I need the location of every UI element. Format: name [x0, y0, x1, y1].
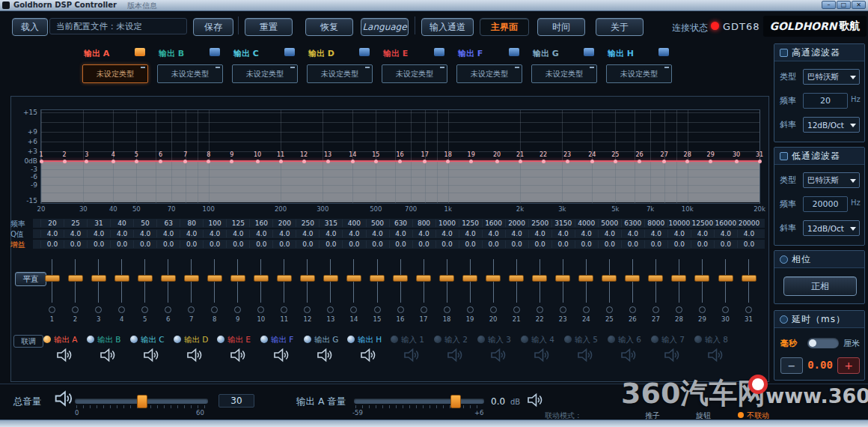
- freq-cell-band-31[interactable]: 20000: [737, 219, 760, 227]
- q-cell-band-23[interactable]: 4.0: [551, 230, 575, 237]
- channel-type-button-f[interactable]: 未设定类型: [456, 64, 522, 83]
- minimize-button[interactable]: –: [822, 1, 836, 9]
- freq-cell-band-12[interactable]: 250: [296, 219, 319, 227]
- eq-band-point-8[interactable]: [207, 160, 210, 163]
- mute-speaker-input-4[interactable]: [532, 346, 550, 364]
- gain-slider-handle-band-28[interactable]: [671, 275, 686, 282]
- eq-band-point-7[interactable]: [183, 160, 187, 163]
- channel-type-button-c[interactable]: 未设定类型: [232, 64, 298, 83]
- channel-volume-handle[interactable]: [450, 395, 461, 408]
- link-output-d[interactable]: 输出 D: [172, 334, 216, 345]
- link-input-6[interactable]: 输入 6: [606, 334, 650, 345]
- eq-band-point-4[interactable]: [111, 160, 115, 163]
- q-cell-band-27[interactable]: 4.0: [644, 230, 667, 237]
- gain-cell-band-26[interactable]: 0.0: [621, 240, 644, 248]
- q-cell-band-14[interactable]: 4.0: [342, 230, 365, 237]
- freq-cell-band-15[interactable]: 500: [366, 219, 389, 227]
- eq-band-point-16[interactable]: [398, 160, 402, 163]
- eq-band-point-31[interactable]: [758, 160, 762, 163]
- q-cell-band-5[interactable]: 4.0: [133, 230, 156, 237]
- band-reset-knob-28[interactable]: [676, 306, 682, 313]
- freq-cell-band-27[interactable]: 8000: [644, 219, 667, 227]
- gain-slider-handle-band-5[interactable]: [138, 275, 153, 282]
- link-input-2[interactable]: 输入 2: [433, 334, 476, 345]
- mute-speaker-input-2[interactable]: [445, 346, 463, 364]
- freq-cell-band-4[interactable]: 40: [110, 219, 133, 227]
- gain-slider-handle-band-12[interactable]: [300, 275, 315, 282]
- gain-slider-handle-band-8[interactable]: [207, 275, 222, 282]
- restore-button[interactable]: 恢复: [305, 18, 353, 36]
- freq-cell-band-2[interactable]: 25: [64, 219, 87, 227]
- link-output-b[interactable]: 输出 B: [85, 334, 129, 345]
- band-reset-knob-21[interactable]: [513, 306, 520, 313]
- gain-cell-band-6[interactable]: 0.0: [156, 240, 180, 248]
- freq-cell-band-23[interactable]: 3150: [551, 219, 575, 227]
- band-reset-knob-25[interactable]: [606, 306, 613, 313]
- gain-slider-handle-band-25[interactable]: [602, 275, 617, 282]
- band-reset-knob-19[interactable]: [467, 306, 474, 313]
- hpf-freq-input[interactable]: 20: [803, 93, 848, 109]
- channel-tab-output-e-label[interactable]: 输出 E: [383, 48, 408, 59]
- q-cell-band-20[interactable]: 4.0: [482, 230, 505, 237]
- link-output-f[interactable]: 输出 F: [259, 334, 302, 345]
- gain-cell-band-9[interactable]: 0.0: [226, 240, 249, 248]
- band-reset-knob-17[interactable]: [421, 306, 427, 313]
- q-cell-band-10[interactable]: 4.0: [249, 230, 272, 237]
- maximize-button[interactable]: □: [837, 1, 851, 9]
- eq-band-point-11[interactable]: [279, 160, 283, 163]
- band-reset-knob-15[interactable]: [374, 306, 381, 313]
- flatten-button[interactable]: 平直: [15, 272, 46, 286]
- freq-row-header[interactable]: 频率: [10, 219, 31, 229]
- q-cell-band-16[interactable]: 4.0: [389, 230, 412, 237]
- freq-cell-band-29[interactable]: 12500: [691, 219, 714, 227]
- eq-band-point-1[interactable]: [40, 160, 43, 163]
- gain-slider-handle-band-31[interactable]: [742, 275, 757, 282]
- freq-cell-band-6[interactable]: 63: [156, 219, 180, 227]
- gain-slider-handle-band-27[interactable]: [648, 275, 663, 282]
- eq-band-point-15[interactable]: [374, 160, 378, 163]
- band-reset-knob-30[interactable]: [722, 306, 729, 313]
- eq-band-point-14[interactable]: [351, 160, 355, 163]
- q-cell-band-4[interactable]: 4.0: [110, 230, 133, 237]
- link-output-e[interactable]: 输出 E: [216, 334, 259, 345]
- gain-slider-handle-band-7[interactable]: [184, 275, 199, 282]
- gain-slider-handle-band-20[interactable]: [486, 275, 501, 282]
- freq-cell-band-20[interactable]: 1600: [482, 219, 505, 227]
- gain-slider-handle-band-30[interactable]: [718, 275, 733, 282]
- gain-slider-handle-band-1[interactable]: [45, 275, 60, 282]
- eq-band-point-10[interactable]: [256, 160, 260, 163]
- delay-unit-ms[interactable]: 毫秒: [780, 338, 797, 349]
- freq-cell-band-21[interactable]: 2000: [505, 219, 528, 227]
- mute-speaker-output-d[interactable]: [185, 346, 203, 364]
- gain-slider-handle-band-15[interactable]: [370, 275, 385, 282]
- gain-cell-band-19[interactable]: 0.0: [459, 240, 482, 248]
- eq-band-point-25[interactable]: [614, 160, 617, 163]
- freq-cell-band-14[interactable]: 400: [342, 219, 365, 227]
- band-reset-knob-1[interactable]: [49, 306, 55, 313]
- gain-cell-band-20[interactable]: 0.0: [482, 240, 505, 248]
- gain-cell-band-3[interactable]: 0.0: [87, 240, 110, 248]
- freq-cell-band-19[interactable]: 1250: [459, 219, 482, 227]
- hpf-slope-select[interactable]: 12dB/Oct: [803, 117, 860, 133]
- q-cell-band-31[interactable]: 4.0: [737, 230, 760, 237]
- gain-slider-handle-band-19[interactable]: [462, 275, 477, 282]
- freq-cell-band-17[interactable]: 800: [412, 219, 435, 227]
- link-output-g[interactable]: 输出 G: [302, 334, 346, 345]
- channel-tab-output-h-label[interactable]: 输出 H: [608, 48, 634, 59]
- freq-cell-band-5[interactable]: 50: [133, 219, 156, 227]
- eq-band-point-12[interactable]: [302, 160, 306, 163]
- eq-band-point-23[interactable]: [566, 160, 569, 163]
- channel-type-button-g[interactable]: 未设定类型: [531, 64, 597, 83]
- gain-cell-band-13[interactable]: 0.0: [319, 240, 342, 248]
- link-input-7[interactable]: 输入 7: [650, 334, 693, 345]
- q-cell-band-7[interactable]: 4.0: [180, 230, 203, 237]
- gain-cell-band-15[interactable]: 0.0: [366, 240, 389, 248]
- gain-cell-band-24[interactable]: 0.0: [575, 240, 598, 248]
- hpf-type-select[interactable]: 巴特沃斯: [803, 69, 860, 85]
- q-cell-band-19[interactable]: 4.0: [459, 230, 482, 237]
- q-cell-band-28[interactable]: 4.0: [667, 230, 691, 237]
- band-reset-knob-26[interactable]: [629, 306, 636, 313]
- gain-slider-handle-band-10[interactable]: [254, 275, 269, 282]
- gain-row-header[interactable]: 增益: [10, 240, 31, 250]
- channel-tab-output-f-label[interactable]: 输出 F: [458, 48, 483, 59]
